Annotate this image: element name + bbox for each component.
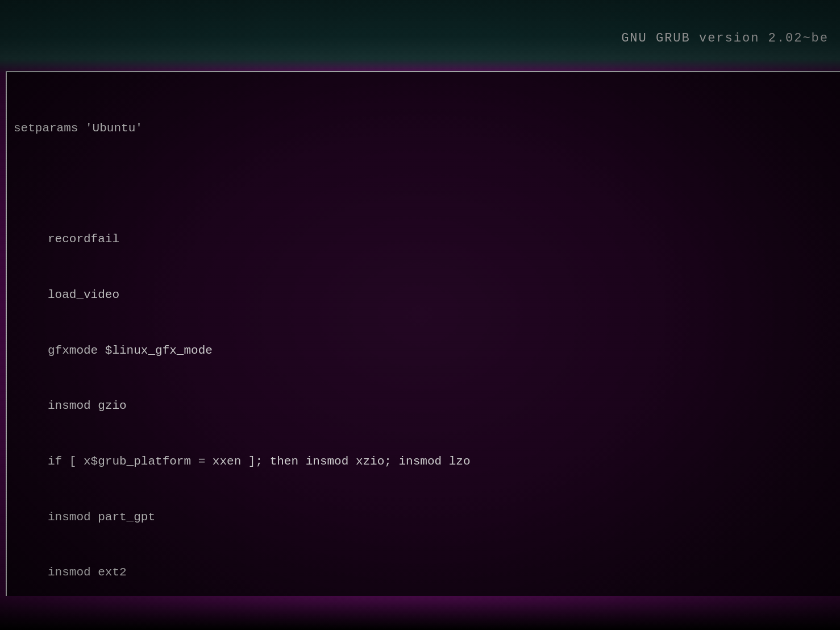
line-insmod-gzio: insmod gzio bbox=[14, 397, 840, 416]
screen: GNU GRUB version 2.02~be setparams 'Ubun… bbox=[0, 0, 840, 630]
bottom-bar bbox=[0, 596, 840, 630]
line-setparams: setparams 'Ubuntu' bbox=[14, 119, 840, 138]
line-empty1 bbox=[14, 175, 840, 194]
grub-version-label: GNU GRUB version 2.02~be bbox=[621, 31, 829, 45]
terminal-box: setparams 'Ubuntu' recordfail load_video… bbox=[6, 71, 840, 596]
line-insmod-part-gpt: insmod part_gpt bbox=[14, 508, 840, 527]
line-gfxmode: gfxmode $linux_gfx_mode bbox=[14, 342, 840, 360]
line-insmod-ext2: insmod ext2 bbox=[14, 563, 840, 582]
terminal-content: setparams 'Ubuntu' recordfail load_video… bbox=[7, 82, 840, 596]
line-if-grub-platform: if [ x$grub_platform = xxen ]; then insm… bbox=[14, 453, 840, 471]
line-recordfail: recordfail bbox=[14, 230, 840, 249]
line-load-video: load_video bbox=[14, 286, 840, 305]
